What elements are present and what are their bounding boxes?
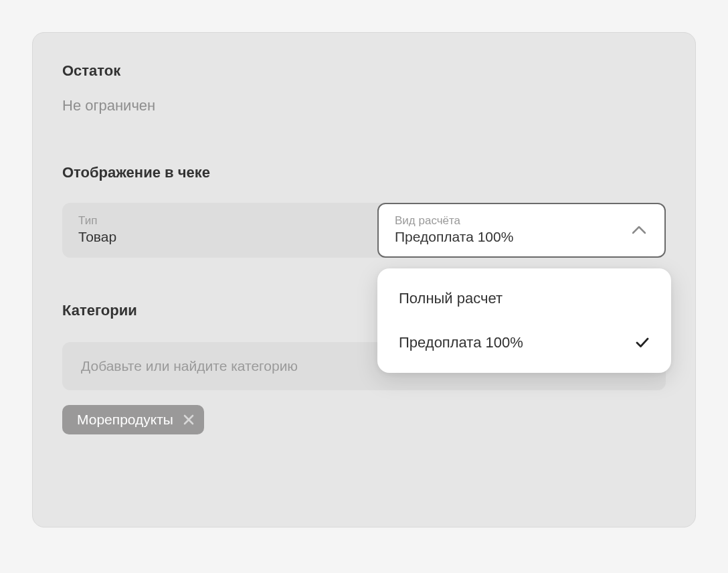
category-tag-label: Морепродукты (77, 412, 173, 428)
payment-select-label: Вид расчёта (395, 214, 513, 228)
type-select-label: Тип (78, 214, 116, 228)
balance-value: Не ограничен (62, 97, 666, 114)
receipt-display-title: Отображение в чеке (62, 164, 666, 181)
type-select-value: Товар (78, 229, 116, 245)
close-icon[interactable] (183, 414, 195, 426)
check-icon (635, 335, 650, 350)
category-tag[interactable]: Морепродукты (62, 405, 204, 434)
dropdown-option-full-payment[interactable]: Полный расчет (377, 276, 671, 321)
dropdown-option-label: Полный расчет (399, 290, 503, 307)
payment-select-value: Предоплата 100% (395, 229, 513, 245)
dropdown-option-prepayment[interactable]: Предоплата 100% (377, 321, 671, 365)
payment-type-select[interactable]: Вид расчёта Предоплата 100% (377, 203, 666, 258)
category-search-placeholder: Добавьте или найдите категорию (81, 358, 298, 374)
selects-row: Тип Товар Вид расчёта Предоплата 100% По… (62, 203, 666, 258)
settings-panel: Остаток Не ограничен Отображение в чеке … (32, 32, 696, 527)
dropdown-option-label: Предоплата 100% (399, 334, 523, 351)
payment-select-wrapper: Вид расчёта Предоплата 100% Полный расче… (377, 203, 666, 258)
payment-dropdown-menu: Полный расчет Предоплата 100% (377, 268, 671, 373)
chevron-up-icon (630, 220, 648, 239)
balance-title: Остаток (62, 62, 666, 80)
